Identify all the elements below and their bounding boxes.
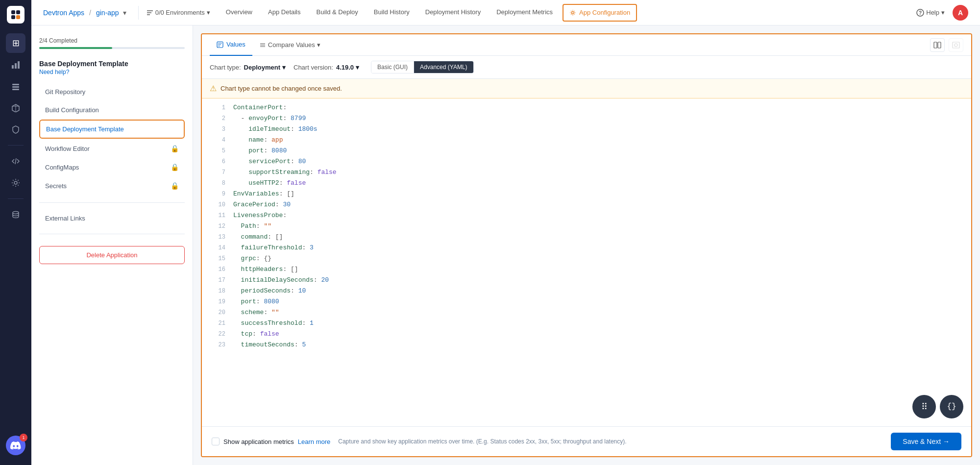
sidebar-nav-items: Git Repository Build Configuration Base …	[39, 83, 185, 195]
topbar: Devtron Apps / gin-app ▾ 0/0 Environment…	[31, 0, 980, 25]
topbar-right: ? Help ▾ A	[916, 5, 968, 21]
tab-app-configuration[interactable]: App Configuration	[563, 4, 637, 22]
content-area: 2/4 Completed Base Deployment Template N…	[31, 25, 980, 465]
left-panel: 2/4 Completed Base Deployment Template N…	[31, 25, 193, 465]
svg-rect-6	[18, 61, 20, 69]
progress-bar-bg	[39, 47, 185, 49]
nav-tabs: Overview App Details Build & Deploy Buil…	[218, 0, 916, 25]
sidebar-icon-cube[interactable]	[6, 98, 25, 118]
chart-type-chevron: ▾	[282, 64, 286, 71]
right-panel-container: Values Compare Values ▾	[193, 25, 980, 465]
code-line-6: 6 servicePort: 80	[202, 156, 971, 167]
sidebar-item-base-deployment[interactable]: Base Deployment Template	[39, 120, 185, 139]
configmaps-lock-icon: 🔒	[171, 163, 179, 171]
sidebar-item-git-repository[interactable]: Git Repository	[39, 83, 185, 100]
chart-type-selector[interactable]: Chart type: Deployment ▾	[210, 64, 286, 71]
code-line-5: 5 port: 8080	[202, 146, 971, 156]
section-title: Base Deployment Template	[39, 60, 185, 68]
chart-version-selector[interactable]: Chart version: 4.19.0 ▾	[294, 64, 359, 71]
tab-build-deploy[interactable]: Build & Deploy	[309, 0, 366, 25]
sidebar-icon-code[interactable]	[6, 151, 25, 171]
tab-compare-values[interactable]: Compare Values ▾	[252, 41, 327, 49]
sidebar-item-configmaps[interactable]: ConfigMaps 🔒	[39, 158, 185, 176]
app-config-gear-icon	[569, 9, 576, 16]
sidebar-divider-2	[8, 198, 24, 199]
sidebar-item-build-configuration[interactable]: Build Configuration	[39, 101, 185, 119]
svg-rect-5	[15, 63, 17, 69]
code-line-10: 10 GracePeriod: 30	[202, 199, 971, 210]
advanced-yaml-button[interactable]: Advanced (YAML)	[414, 61, 473, 73]
app-chevron[interactable]: ▾	[123, 9, 126, 17]
app-name[interactable]: gin-app	[96, 9, 119, 17]
sidebar-divider	[8, 145, 24, 146]
help-button[interactable]: ? Help ▾	[916, 9, 945, 17]
code-line-13: 13 command: []	[202, 232, 971, 243]
svg-rect-31	[934, 42, 937, 48]
svg-point-34	[955, 44, 957, 47]
progress-bar-fill	[39, 47, 112, 49]
code-line-14: 14 failureThreshold: 3	[202, 243, 971, 253]
tab-build-history[interactable]: Build History	[366, 0, 417, 25]
editor-toggle-button[interactable]	[949, 38, 963, 52]
user-avatar[interactable]: A	[953, 5, 968, 21]
sidebar-icon-chart[interactable]	[6, 55, 25, 74]
sidebar-icon-apps[interactable]: ⊞	[6, 33, 25, 53]
sidebar-icon-stack[interactable]	[6, 205, 25, 224]
code-line-9: 9 EnvVariables: []	[202, 189, 971, 199]
sidebar-icon-security[interactable]	[6, 120, 25, 139]
delete-application-button[interactable]: Delete Application	[39, 246, 185, 264]
svg-text:?: ?	[919, 10, 922, 16]
code-line-12: 12 Path: ""	[202, 221, 971, 232]
code-editor[interactable]: 1 ContainerPort: 2 - envoyPort: 8799 3 i…	[202, 98, 971, 426]
warning-icon: ⚠	[210, 84, 217, 93]
sidebar-item-external-links[interactable]: External Links	[39, 211, 185, 226]
compare-icon	[259, 42, 266, 49]
right-panel: Values Compare Values ▾	[201, 33, 972, 457]
svg-rect-7	[12, 84, 19, 85]
topbar-divider	[138, 6, 139, 20]
svg-rect-32	[938, 42, 941, 48]
split-view-button[interactable]	[930, 38, 945, 52]
compare-chevron: ▾	[317, 41, 320, 49]
code-line-3: 3 idleTimeout: 1800s	[202, 124, 971, 135]
app-logo[interactable]	[7, 6, 24, 24]
progress-section: 2/4 Completed	[39, 37, 185, 50]
tab-deployment-metrics[interactable]: Deployment Metrics	[489, 0, 561, 25]
svg-point-21	[572, 11, 574, 14]
code-line-1: 1 ContainerPort:	[202, 102, 971, 113]
chart-version-value[interactable]: 4.19.0 ▾	[336, 64, 359, 71]
dots-float-button[interactable]: ⠿	[912, 395, 936, 418]
env-selector[interactable]: 0/0 Environments ▾	[147, 9, 210, 16]
svg-rect-33	[953, 42, 959, 48]
tab-app-details[interactable]: App Details	[260, 0, 308, 25]
chart-type-value[interactable]: Deployment ▾	[244, 64, 286, 71]
sidebar-divider	[39, 202, 185, 203]
devtron-apps-link[interactable]: Devtron Apps	[43, 9, 84, 17]
tab-deployment-history[interactable]: Deployment History	[417, 0, 489, 25]
format-float-button[interactable]: {}	[940, 395, 963, 418]
bottom-bar: Show application metrics Learn more Capt…	[202, 426, 971, 456]
tab-values[interactable]: Values	[210, 34, 252, 56]
code-line-23: 23 timeoutSeconds: 5	[202, 340, 971, 350]
code-line-15: 15 grpc: {}	[202, 253, 971, 264]
help-link[interactable]: Need help?	[39, 69, 185, 75]
basic-gui-button[interactable]: Basic (GUI)	[371, 61, 414, 73]
chart-config-bar: Chart type: Deployment ▾ Chart version: …	[202, 56, 971, 79]
sidebar-icon-layers[interactable]	[6, 76, 25, 96]
sidebar-icon-settings[interactable]	[6, 173, 25, 193]
sidebar-item-secrets[interactable]: Secrets 🔒	[39, 177, 185, 195]
code-line-17: 17 initialDelaySeconds: 20	[202, 275, 971, 286]
code-line-16: 16 httpHeaders: []	[202, 264, 971, 275]
secrets-lock-icon: 🔒	[171, 182, 179, 190]
discord-button[interactable]: 1	[6, 436, 25, 455]
save-next-button[interactable]: Save & Next →	[891, 433, 961, 450]
sidebar-item-workflow-editor[interactable]: Workflow Editor 🔒	[39, 140, 185, 157]
svg-rect-0	[11, 10, 15, 14]
learn-more-link[interactable]: Learn more	[298, 438, 330, 445]
chart-version-chevron: ▾	[356, 64, 359, 71]
show-metrics-checkbox[interactable]	[212, 438, 220, 445]
code-line-19: 19 port: 8080	[202, 296, 971, 307]
tab-overview[interactable]: Overview	[218, 0, 260, 25]
env-chevron: ▾	[207, 9, 210, 16]
code-line-20: 20 scheme: ""	[202, 307, 971, 318]
